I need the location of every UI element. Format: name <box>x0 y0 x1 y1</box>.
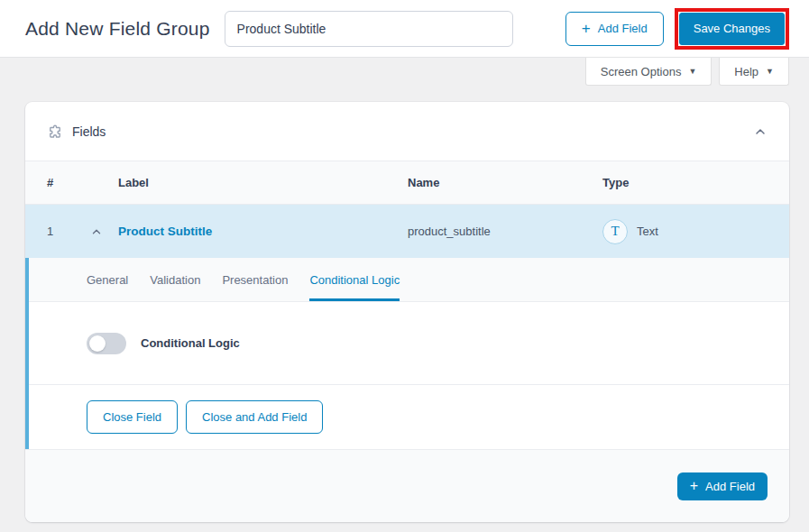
plus-icon: + <box>582 21 591 36</box>
field-settings-tabbar: General Validation Presentation Conditio… <box>29 258 789 302</box>
caret-down-icon: ▼ <box>688 67 696 76</box>
close-field-label: Close Field <box>103 410 161 424</box>
caret-down-icon: ▼ <box>766 67 774 76</box>
field-order-number: 1 <box>47 225 90 238</box>
close-and-add-field-button[interactable]: Close and Add Field <box>186 400 323 434</box>
help-label: Help <box>734 65 758 78</box>
tab-general[interactable]: General <box>87 258 128 301</box>
panel-collapse-chevron-up-icon[interactable] <box>753 124 768 139</box>
fields-panel-header: Fields <box>25 102 789 161</box>
screen-options-label: Screen Options <box>601 65 682 78</box>
add-field-button-header[interactable]: + Add Field <box>565 12 664 46</box>
screen-options-button[interactable]: Screen Options ▼ <box>585 58 712 86</box>
field-group-title-input[interactable] <box>225 11 513 47</box>
save-button-highlight-annotation: Save Changes <box>675 8 789 50</box>
top-header-bar: Add New Field Group + Add Field Save Cha… <box>0 0 809 58</box>
add-field-button-label: Add Field <box>598 22 648 35</box>
tab-validation[interactable]: Validation <box>150 258 200 301</box>
conditional-logic-toggle-label: Conditional Logic <box>141 336 240 350</box>
plus-icon: + <box>690 479 698 493</box>
puzzle-icon <box>47 124 63 140</box>
tab-presentation[interactable]: Presentation <box>222 258 288 301</box>
screen-options-row: Screen Options ▼ Help ▼ <box>0 58 809 86</box>
field-row[interactable]: 1 Product Subtitle product_subtitle T Te… <box>25 205 789 258</box>
fields-table-header: # Label Name Type <box>25 161 789 205</box>
column-header-type: Type <box>602 176 789 189</box>
field-close-actions: Close Field Close and Add Field <box>29 385 789 449</box>
fields-panel-title: Fields <box>72 124 106 139</box>
text-type-icon: T <box>602 219 628 244</box>
help-button[interactable]: Help ▼ <box>719 58 789 86</box>
toggle-knob <box>89 335 106 352</box>
column-header-label: Label <box>118 176 408 189</box>
header-actions: + Add Field Save Changes <box>565 8 789 50</box>
fields-panel-footer: + Add Field <box>25 449 789 522</box>
field-type-label: Text <box>637 225 658 238</box>
save-changes-button[interactable]: Save Changes <box>679 13 785 45</box>
save-changes-label: Save Changes <box>694 22 770 35</box>
row-collapse-chevron-up-icon[interactable] <box>90 225 118 238</box>
add-field-button-footer[interactable]: + Add Field <box>677 472 768 500</box>
conditional-logic-toggle[interactable] <box>87 333 126 354</box>
field-type-cell: T Text <box>602 219 789 244</box>
fields-panel: Fields # Label Name Type 1 Product Subti… <box>25 102 789 522</box>
field-label-link[interactable]: Product Subtitle <box>118 225 408 238</box>
column-header-name: Name <box>408 176 602 189</box>
field-name: product_subtitle <box>408 225 602 238</box>
column-header-order: # <box>47 176 90 189</box>
close-field-button[interactable]: Close Field <box>87 400 178 434</box>
tab-conditional-logic[interactable]: Conditional Logic <box>309 258 400 301</box>
page-title: Add New Field Group <box>25 18 210 40</box>
conditional-logic-setting: Conditional Logic <box>29 302 789 385</box>
add-field-footer-label: Add Field <box>705 480 755 493</box>
open-field-settings: General Validation Presentation Conditio… <box>25 258 789 449</box>
close-and-add-field-label: Close and Add Field <box>202 410 307 424</box>
